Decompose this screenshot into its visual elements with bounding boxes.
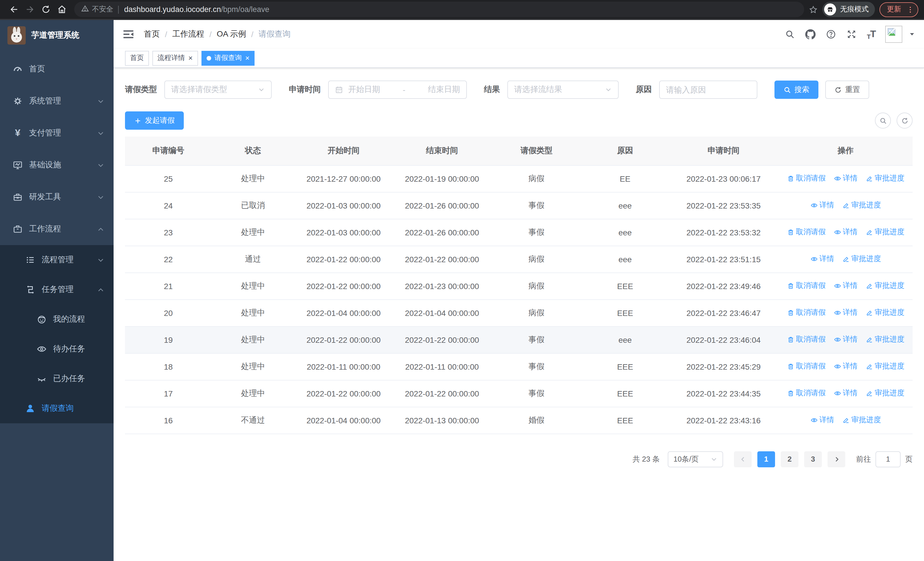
create-leave-button[interactable]: 发起请假 [125,111,184,130]
sidebar-collapse-icon[interactable] [122,28,135,41]
action-cancel-link[interactable]: 取消请假 [787,388,825,399]
action-progress-link[interactable]: 审批进度 [842,254,881,264]
result-select[interactable]: 请选择流结果 [507,81,619,99]
action-detail-link[interactable]: 详情 [810,254,834,264]
action-detail-link[interactable]: 详情 [834,388,858,399]
action-detail-link[interactable]: 详情 [810,415,834,425]
browser-update-button[interactable]: 更新 [879,2,918,17]
action-cancel-link[interactable]: 取消请假 [787,281,825,291]
page-size-select[interactable]: 10条/页 [668,451,723,467]
sidebar-item-home[interactable]: 首页 [0,53,114,85]
close-tab-icon[interactable]: × [245,54,249,62]
end-date-placeholder[interactable]: 结束日期 [428,84,460,95]
action-cancel-link[interactable]: 取消请假 [787,361,825,371]
tab-首页[interactable]: 首页 [125,51,149,65]
cell-end-time: 2022-01-22 00:00:00 [393,380,491,407]
sidebar-item-done-task[interactable]: 已办任务 [0,364,114,394]
action-progress-link[interactable]: 审批进度 [842,415,881,425]
help-icon[interactable] [826,29,837,40]
eye-closed-icon [36,374,47,384]
action-detail-link[interactable]: 详情 [834,361,858,371]
action-progress-link[interactable]: 审批进度 [866,388,904,399]
bookmark-star-icon[interactable] [809,5,818,14]
sidebar-item-devtools[interactable]: 研发工具 [0,181,114,213]
action-cancel-link[interactable]: 取消请假 [787,308,825,318]
breadcrumb-item-workflow[interactable]: 工作流程 [172,29,204,39]
browser-reload-button[interactable] [38,2,54,17]
page-button-2[interactable]: 2 [781,451,798,467]
sidebar-item-workflow[interactable]: 工作流程 [0,213,114,245]
sidebar-item-infra[interactable]: 基础设施 [0,149,114,181]
sidebar-item-payment[interactable]: ¥支付管理 [0,117,114,149]
action-cancel-link[interactable]: 取消请假 [787,334,825,345]
cell-id: 20 [125,299,212,326]
sidebar-item-todo-task[interactable]: 待办任务 [0,334,114,364]
action-progress-link[interactable]: 审批进度 [866,173,904,183]
page-button-3[interactable]: 3 [804,451,822,467]
apply-time-range-picker[interactable]: 开始日期 - 结束日期 [328,81,467,99]
action-detail-link[interactable]: 详情 [834,308,858,318]
breadcrumb-item-home[interactable]: 首页 [144,29,160,39]
action-progress-link[interactable]: 审批进度 [866,308,904,318]
url-path: /bpm/oa/leave [221,5,269,14]
filter-apply-time: 申请时间 开始日期 - 结束日期 [289,81,467,99]
cell-reason: eee [582,192,669,219]
sidebar-item-label: 请假查询 [42,403,74,414]
action-progress-link[interactable]: 审批进度 [866,281,904,291]
sidebar-logo[interactable]: 芋道管理系统 [0,20,114,51]
close-tab-icon[interactable]: × [188,54,193,62]
prev-page-button[interactable] [734,451,752,467]
avatar[interactable] [885,26,902,43]
tab-流程详情[interactable]: 流程详情× [152,51,198,65]
toggle-search-button[interactable] [875,113,891,129]
action-detail-link[interactable]: 详情 [834,281,858,291]
cell-reason: EEE [582,380,669,407]
action-detail-link[interactable]: 详情 [834,334,858,345]
browser-forward-button[interactable] [22,2,38,17]
reset-button[interactable]: 重置 [825,81,869,99]
breadcrumb-item-oa-example[interactable]: OA 示例 [217,29,246,39]
font-size-icon[interactable]: TT [867,29,876,40]
flow-icon [25,284,35,295]
action-detail-link[interactable]: 详情 [810,200,834,211]
browser-back-button[interactable] [6,2,22,17]
reason-input[interactable] [666,85,750,94]
avatar-caret-icon[interactable] [909,31,915,38]
security-label[interactable]: 不安全 [92,5,113,14]
page-button-1[interactable]: 1 [758,451,775,467]
sidebar-item-system[interactable]: 系统管理 [0,85,114,117]
action-cancel-link[interactable]: 取消请假 [787,173,825,183]
sidebar-item-process-mgmt[interactable]: 流程管理 [0,245,114,275]
github-icon[interactable] [805,29,816,40]
action-progress-link[interactable]: 审批进度 [866,361,904,371]
cell-id: 16 [125,407,212,434]
next-page-button[interactable] [828,451,845,467]
action-detail-link[interactable]: 详情 [834,173,858,183]
action-progress-link[interactable]: 审批进度 [842,200,881,211]
refresh-table-button[interactable] [897,113,913,129]
monitor-icon [12,160,23,170]
browser-home-button[interactable] [54,2,70,17]
action-cancel-link[interactable]: 取消请假 [787,227,825,238]
action-progress-link[interactable]: 审批进度 [866,227,904,238]
column-header: 原因 [582,137,669,165]
eye-icon [834,229,841,236]
tab-请假查询[interactable]: 请假查询× [201,51,255,65]
sidebar-item-leave-query[interactable]: 请假查询 [0,394,114,423]
url-bar[interactable]: 不安全 dashboard.yudao.iocoder.cn /bpm/oa/l… [74,2,804,17]
trash-icon [787,390,794,397]
action-detail-link[interactable]: 详情 [834,227,858,238]
goto-page-input[interactable] [876,451,901,467]
cell-reason: eee [582,246,669,272]
leave-type-select[interactable]: 请选择请假类型 [164,81,272,99]
start-date-placeholder[interactable]: 开始日期 [348,84,380,95]
sidebar-item-my-process[interactable]: 我的流程 [0,304,114,334]
header-search-icon[interactable] [785,29,796,40]
sidebar-item-task-mgmt[interactable]: 任务管理 [0,275,114,304]
trash-icon [787,229,794,236]
action-progress-link[interactable]: 审批进度 [866,334,904,345]
search-button[interactable]: 搜索 [774,81,818,99]
browser-menu-icon[interactable] [906,5,914,14]
fullscreen-icon[interactable] [846,29,857,40]
action-label: 取消请假 [796,227,825,238]
